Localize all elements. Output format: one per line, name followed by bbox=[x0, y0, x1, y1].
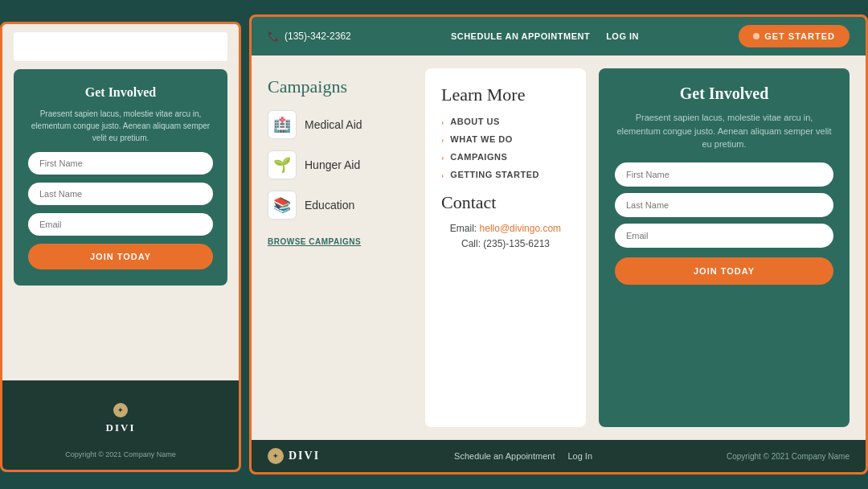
footer-login-link[interactable]: Log In bbox=[567, 451, 592, 461]
footer-schedule-link[interactable]: Schedule an Appointment bbox=[454, 451, 555, 461]
desktop-footer: ✦ DIVI Schedule an Appointment Log In Co… bbox=[252, 440, 866, 472]
desktop-card-description: Praesent sapien lacus, molestie vitae ar… bbox=[615, 111, 833, 151]
education-label: Education bbox=[305, 199, 354, 212]
nav-item-campaigns[interactable]: › CAMPAIGNS bbox=[441, 152, 570, 162]
getting-started-link: GETTING STARTED bbox=[450, 170, 539, 179]
contact-email-label: Email: bbox=[450, 223, 477, 234]
mobile-footer-logo: ✦ DIVI bbox=[95, 392, 147, 446]
mobile-logo-icon: ✦ bbox=[113, 403, 128, 417]
contact-title: Contact bbox=[441, 192, 570, 213]
header-nav: SCHEDULE AN APPOINTMENT LOG IN bbox=[451, 31, 639, 41]
campaign-item-hunger: 🌱 Hunger Aid bbox=[268, 150, 412, 179]
mobile-first-name-input[interactable] bbox=[28, 152, 213, 175]
chevron-icon-campaigns: › bbox=[441, 153, 444, 162]
hunger-aid-icon: 🌱 bbox=[268, 150, 297, 179]
learn-more-title: Learn More bbox=[441, 84, 570, 105]
nav-item-what-we-do[interactable]: › WHAT WE DO bbox=[441, 134, 570, 144]
contact-section: Contact Email: hello@divingo.com Call: (… bbox=[441, 192, 570, 252]
get-started-button[interactable]: GET STARTED bbox=[739, 25, 850, 47]
chevron-icon-getting-started: › bbox=[441, 171, 444, 179]
mobile-card-description: Praesent sapien lacus, molestie vitae ar… bbox=[28, 108, 213, 144]
get-started-label: GET STARTED bbox=[764, 31, 835, 41]
footer-copyright: Copyright © 2021 Company Name bbox=[727, 452, 850, 461]
desktop-first-name-input[interactable] bbox=[615, 162, 833, 187]
mobile-join-button[interactable]: JOIN TODAY bbox=[28, 244, 213, 269]
mobile-footer: ✦ DIVI Copyright © 2021 Company Name bbox=[2, 380, 239, 470]
chevron-icon-what-we-do: › bbox=[441, 135, 444, 144]
mobile-preview-panel: Get Involved Praesent sapien lacus, mole… bbox=[0, 22, 241, 472]
mobile-email-input[interactable] bbox=[28, 213, 213, 236]
mobile-get-involved-card: Get Involved Praesent sapien lacus, mole… bbox=[14, 69, 227, 286]
contact-call-line: Call: (235)-135-6213 bbox=[441, 236, 570, 252]
chevron-icon-about: › bbox=[441, 117, 444, 126]
desktop-join-button[interactable]: JOIN TODAY bbox=[615, 257, 833, 285]
campaign-item-education: 📚 Education bbox=[268, 191, 412, 220]
mobile-card-title: Get Involved bbox=[85, 85, 156, 100]
footer-logo-icon: ✦ bbox=[268, 448, 284, 464]
education-icon: 📚 bbox=[268, 191, 297, 220]
schedule-appointment-link[interactable]: SCHEDULE AN APPOINTMENT bbox=[451, 31, 590, 41]
browse-campaigns-link[interactable]: BROWSE CAMPAIGNS bbox=[268, 237, 361, 246]
mobile-top-bar bbox=[14, 32, 227, 61]
contact-email-line: Email: hello@divingo.com bbox=[441, 221, 570, 236]
mobile-logo-text: DIVI bbox=[106, 421, 136, 434]
campaigns-title: Campaigns bbox=[268, 76, 412, 97]
learn-more-card: Learn More › ABOUT US › WHAT WE DO › CAM… bbox=[425, 68, 586, 427]
desktop-content: Campaigns 🏥 Medical Aid 🌱 Hunger Aid 📚 E… bbox=[252, 55, 866, 440]
desktop-header: 📞 (135)-342-2362 SCHEDULE AN APPOINTMENT… bbox=[252, 17, 866, 55]
header-phone: 📞 (135)-342-2362 bbox=[268, 31, 351, 42]
campaign-item-medical: 🏥 Medical Aid bbox=[268, 110, 412, 139]
desktop-get-involved-card: Get Involved Praesent sapien lacus, mole… bbox=[599, 68, 850, 427]
footer-logo: ✦ DIVI bbox=[268, 448, 320, 464]
what-we-do-link: WHAT WE DO bbox=[450, 134, 513, 144]
desktop-card-title: Get Involved bbox=[615, 84, 833, 103]
header-phone-number: (135)-342-2362 bbox=[285, 31, 351, 42]
nav-item-getting-started[interactable]: › GETTING STARTED bbox=[441, 170, 570, 179]
desktop-last-name-input[interactable] bbox=[615, 193, 833, 217]
nav-item-about[interactable]: › ABOUT US bbox=[441, 117, 570, 126]
contact-email-value: hello@divingo.com bbox=[480, 223, 562, 234]
campaigns-column: Campaigns 🏥 Medical Aid 🌱 Hunger Aid 📚 E… bbox=[268, 68, 412, 427]
hunger-aid-label: Hunger Aid bbox=[305, 158, 360, 171]
login-link[interactable]: LOG IN bbox=[606, 31, 639, 41]
header-btn-dot bbox=[753, 33, 760, 39]
footer-logo-text: DIVI bbox=[289, 450, 320, 462]
about-us-link: ABOUT US bbox=[450, 117, 499, 126]
mobile-last-name-input[interactable] bbox=[28, 183, 213, 205]
medical-aid-label: Medical Aid bbox=[305, 118, 362, 131]
footer-nav: Schedule an Appointment Log In bbox=[454, 451, 592, 461]
medical-aid-icon: 🏥 bbox=[268, 110, 297, 139]
phone-icon: 📞 bbox=[268, 31, 280, 42]
desktop-preview-panel: 📞 (135)-342-2362 SCHEDULE AN APPOINTMENT… bbox=[249, 14, 868, 475]
mobile-copyright: Copyright © 2021 Company Name bbox=[65, 450, 176, 458]
desktop-email-input[interactable] bbox=[615, 224, 833, 248]
mobile-spacer bbox=[2, 294, 239, 380]
campaigns-nav-link: CAMPAIGNS bbox=[450, 152, 507, 162]
